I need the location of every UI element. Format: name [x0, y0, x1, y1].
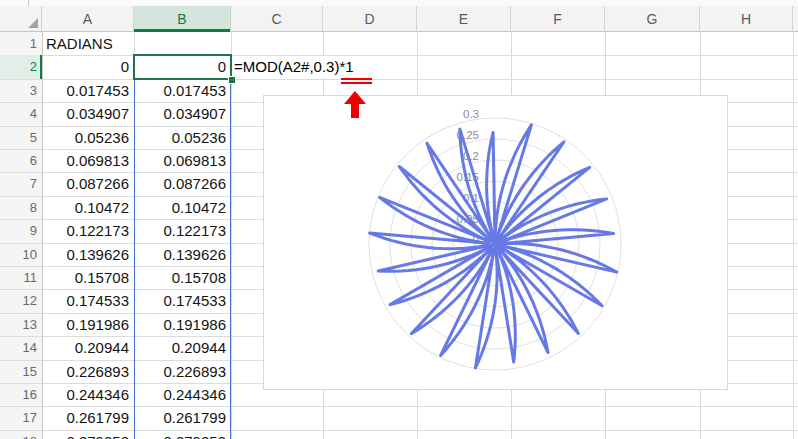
cell-B13[interactable]: 0.191986 [134, 313, 231, 336]
row-header-8[interactable]: 8 [0, 196, 42, 219]
cell-A3[interactable]: 0.017453 [42, 79, 134, 102]
cell-A4[interactable]: 0.034907 [42, 102, 134, 125]
row-header-2[interactable]: 2 [0, 55, 42, 78]
radial-axis-tick-label: 0.1 [419, 190, 479, 206]
cell-B7[interactable]: 0.087266 [134, 172, 231, 195]
cell-B4[interactable]: 0.034907 [134, 102, 231, 125]
select-all-triangle-icon [28, 18, 38, 28]
column-header-D[interactable]: D [323, 6, 417, 32]
cell-A10[interactable]: 0.139626 [42, 243, 134, 266]
gridline-v [793, 32, 794, 439]
row-header-16[interactable]: 16 [0, 383, 42, 406]
radar-series-line [370, 125, 617, 368]
cell-B3[interactable]: 0.017453 [134, 79, 231, 102]
row-header-15[interactable]: 15 [0, 360, 42, 383]
cell-B15[interactable]: 0.226893 [134, 360, 231, 383]
cell-A13[interactable]: 0.191986 [42, 313, 134, 336]
cell-A9[interactable]: 0.122173 [42, 219, 134, 242]
row-header-4[interactable]: 4 [0, 102, 42, 125]
radial-axis-tick-label: 0.15 [419, 169, 479, 185]
row-header-17[interactable]: 17 [0, 406, 42, 429]
spill-range-border-right [230, 80, 231, 439]
cell-B17[interactable]: 0.261799 [134, 406, 231, 429]
cell-A8[interactable]: 0.10472 [42, 196, 134, 219]
row-header-6[interactable]: 6 [0, 149, 42, 172]
radar-chart-plot [264, 96, 727, 389]
row-header-10[interactable]: 10 [0, 243, 42, 266]
cell-A6[interactable]: 0.069813 [42, 149, 134, 172]
column-header-G[interactable]: G [605, 6, 700, 32]
radial-axis-tick-label: 0.05 [419, 211, 479, 227]
cell-A1[interactable]: RADIANS [42, 32, 134, 55]
select-all-button[interactable] [0, 6, 42, 32]
radar-ring [474, 223, 516, 265]
cell-B14[interactable]: 0.20944 [134, 336, 231, 359]
cell-A18[interactable]: 0.279253 [42, 430, 134, 439]
column-header-B[interactable]: B [134, 6, 231, 32]
cell-A17[interactable]: 0.261799 [42, 406, 134, 429]
cell-B1[interactable] [134, 32, 231, 55]
radial-axis-tick-label: 0.3 [419, 106, 479, 122]
spreadsheet-view: ABCDEFGH 123456789101112131415161718 RAD… [0, 0, 798, 439]
row-header-1[interactable]: 1 [0, 32, 42, 55]
column-header-H[interactable]: H [700, 6, 793, 32]
cell-B9[interactable]: 0.122173 [134, 219, 231, 242]
column-header-F[interactable]: F [511, 6, 605, 32]
spill-range-border-left [134, 80, 135, 439]
red-double-underline [341, 82, 372, 84]
radial-axis-tick-label: 0.25 [419, 127, 479, 143]
column-header-A[interactable]: A [42, 6, 134, 32]
cell-A5[interactable]: 0.05236 [42, 126, 134, 149]
row-header-3[interactable]: 3 [0, 79, 42, 102]
row-header-9[interactable]: 9 [0, 219, 42, 242]
red-arrow-stem [351, 103, 359, 118]
row-header-18[interactable]: 18 [0, 430, 42, 439]
cell-A11[interactable]: 0.15708 [42, 266, 134, 289]
fill-handle[interactable] [228, 76, 236, 84]
cell-A12[interactable]: 0.174533 [42, 289, 134, 312]
cell-B10[interactable]: 0.139626 [134, 243, 231, 266]
name-box-divider [28, 0, 29, 6]
cell-A2[interactable]: 0 [42, 55, 134, 78]
gridline-v [231, 32, 232, 439]
row-header-11[interactable]: 11 [0, 266, 42, 289]
row-header-14[interactable]: 14 [0, 336, 42, 359]
row-header-13[interactable]: 13 [0, 313, 42, 336]
column-header-C[interactable]: C [231, 6, 323, 32]
radial-axis-tick-label: 0 [419, 232, 479, 248]
radar-chart[interactable]: 00.050.10.150.20.250.3 [263, 95, 728, 390]
cell-A14[interactable]: 0.20944 [42, 336, 134, 359]
column-header-E[interactable]: E [417, 6, 511, 32]
radial-axis-tick-label: 0.2 [419, 148, 479, 164]
cell-B12[interactable]: 0.174533 [134, 289, 231, 312]
cell-B8[interactable]: 0.10472 [134, 196, 231, 219]
active-cell-B2-border [133, 54, 232, 81]
cell-B11[interactable]: 0.15708 [134, 266, 231, 289]
row-header-7[interactable]: 7 [0, 172, 42, 195]
cell-A15[interactable]: 0.226893 [42, 360, 134, 383]
red-double-underline [341, 78, 372, 80]
formula-bar-edge [0, 0, 798, 6]
cell-B5[interactable]: 0.05236 [134, 126, 231, 149]
cell-C2-formula-text[interactable]: =MOD(A2#,0.3)*1 [234, 54, 354, 81]
cell-B6[interactable]: 0.069813 [134, 149, 231, 172]
cell-B18[interactable]: 0.279253 [134, 430, 231, 439]
cell-A16[interactable]: 0.244346 [42, 383, 134, 406]
radar-ring [369, 118, 621, 370]
row-header-5[interactable]: 5 [0, 126, 42, 149]
cell-A7[interactable]: 0.087266 [42, 172, 134, 195]
cell-B16[interactable]: 0.244346 [134, 383, 231, 406]
row-header-12[interactable]: 12 [0, 289, 42, 312]
